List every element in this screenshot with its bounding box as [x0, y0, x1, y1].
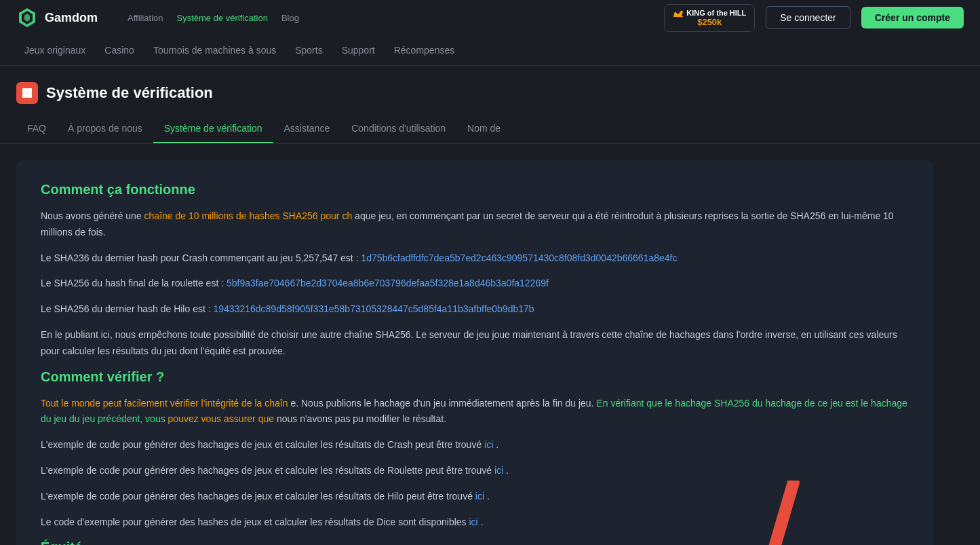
king-hill-title: KING of the HILL — [686, 9, 746, 17]
para-roulette-hash: Le SHA256 du hash final de la roulette e… — [41, 276, 909, 292]
para-publish: En le publiant ici, nous empêchons toute… — [41, 327, 909, 360]
login-button[interactable]: Se connecter — [766, 6, 850, 29]
para-chain-highlight: chaîne de 10 millions de hashes SHA256 p… — [144, 210, 353, 221]
hilo-code-text: L'exemple de code pour générer des hacha… — [41, 491, 475, 502]
crash-code-text: L'exemple de code pour générer des hacha… — [41, 439, 484, 450]
nav-recompenses[interactable]: Récompenses — [386, 39, 463, 61]
logo-text: Gamdom — [45, 11, 98, 25]
verify-yellow2: pouvez vous assurer que — [168, 413, 274, 424]
content-area: Comment ça fonctionne Nous avons généré … — [0, 144, 949, 545]
verify-yellow: Tout le monde peut facilement vérifier l… — [41, 398, 288, 409]
para-roulette-code: L'exemple de code pour générer des hacha… — [41, 463, 909, 479]
king-hill-header: KING of the HILL — [673, 9, 746, 17]
hilo-hash-value: 19433216dc89d58f905f331e58b73105328447c5… — [214, 303, 534, 314]
tab-assistance[interactable]: Assistance — [273, 115, 341, 143]
nav-sports[interactable]: Sports — [287, 39, 330, 61]
page-title: Système de vérification — [46, 84, 213, 102]
header: Gamdom Affiliation Système de vérificati… — [0, 0, 980, 66]
top-nav-verification[interactable]: Système de vérification — [177, 13, 268, 23]
tabs-bar: FAQ À propos de nous Système de vérifica… — [0, 115, 980, 144]
header-top: Gamdom Affiliation Système de vérificati… — [0, 0, 980, 35]
header-right: KING of the HILL $250k Se connecter Crée… — [664, 4, 964, 32]
tab-verification[interactable]: Système de vérification — [153, 115, 273, 143]
para-hilo-code: L'exemple de code pour générer des hacha… — [41, 489, 909, 505]
para-chain-text1: Nous avons généré une — [41, 210, 144, 221]
top-nav-affiliation[interactable]: Affiliation — [128, 13, 163, 23]
dice-code-text: Le code d'exemple pour générer des hashe… — [41, 516, 469, 527]
svg-rect-4 — [22, 88, 27, 93]
svg-rect-7 — [27, 93, 32, 98]
logo[interactable]: Gamdom — [16, 7, 98, 29]
crash-hash-value: 1d75b6cfadffdfc7dea5b7ed2c463c909571430c… — [361, 252, 677, 263]
nav-tournois[interactable]: Tournois de machines à sous — [145, 39, 284, 61]
nav-support[interactable]: Support — [334, 39, 383, 61]
crown-icon — [673, 9, 684, 17]
para-chain: Nous avons généré une chaîne de 10 milli… — [41, 208, 909, 241]
main-nav: Jeux originaux Casino Tournois de machin… — [0, 35, 980, 65]
nav-jeux-originaux[interactable]: Jeux originaux — [16, 39, 94, 61]
para-crash-label: Le SHA236 du dernier hash pour Crash com… — [41, 252, 361, 263]
para-dice-code: Le code d'exemple pour générer des hashe… — [41, 514, 909, 531]
tab-about[interactable]: À propos de nous — [57, 115, 153, 143]
content-card: Comment ça fonctionne Nous avons généré … — [16, 160, 933, 545]
para-hilo-label: Le SHA256 du dernier hash de Hilo est : — [41, 303, 214, 314]
verify-text2: nous n'avons pas pu modifier le résultat… — [277, 413, 446, 424]
tab-conditions[interactable]: Conditions d'utilisation — [340, 115, 456, 143]
para-crash-code: L'exemple de code pour générer des hacha… — [41, 437, 909, 453]
dice-code-link[interactable]: ici — [469, 516, 478, 527]
roulette-code-link[interactable]: ici — [494, 465, 503, 476]
top-nav-blog[interactable]: Blog — [281, 13, 299, 23]
nav-casino[interactable]: Casino — [96, 39, 142, 61]
roulette-hash-value: 5bf9a3fae704667be2d3704ea8b6e703796defaa… — [227, 278, 549, 288]
tab-faq[interactable]: FAQ — [16, 115, 57, 143]
verify-text1: e. Nous publions le hachage d'un jeu imm… — [290, 398, 596, 409]
roulette-code-text: L'exemple de code pour générer des hacha… — [41, 465, 494, 476]
section-title-verify: Comment vérifier ? — [41, 369, 909, 385]
para-roulette-label: Le SHA256 du hash final de la roulette e… — [41, 278, 227, 288]
tab-nom[interactable]: Nom de — [456, 115, 511, 143]
para-verify-main: Tout le monde peut facilement vérifier l… — [41, 396, 909, 428]
crash-code-link[interactable]: ici — [484, 439, 493, 450]
top-nav: Affiliation Système de vérification Blog — [128, 13, 299, 23]
page-header: Système de vérification — [0, 66, 980, 115]
register-button[interactable]: Créer un compte — [861, 7, 964, 29]
logo-icon — [16, 7, 38, 29]
section-title-how-it-works: Comment ça fonctionne — [41, 182, 909, 198]
section-title-equity: Équité — [41, 540, 909, 545]
para-crash-hash: Le SHA236 du dernier hash pour Crash com… — [41, 250, 909, 267]
king-hill-amount: $250k — [673, 17, 746, 27]
king-hill-box[interactable]: KING of the HILL $250k — [664, 4, 755, 32]
para-hilo-hash: Le SHA256 du dernier hash de Hilo est : … — [41, 301, 909, 318]
svg-rect-3 — [673, 16, 683, 17]
svg-rect-5 — [27, 88, 32, 93]
hilo-code-link[interactable]: ici — [475, 491, 484, 502]
verification-icon — [21, 87, 33, 99]
page-icon — [16, 82, 38, 104]
svg-rect-6 — [22, 93, 27, 98]
